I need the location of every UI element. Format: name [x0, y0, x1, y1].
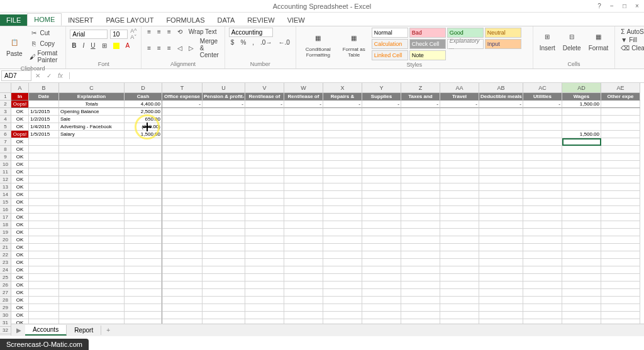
- sheet-tab-accounts[interactable]: Accounts: [25, 325, 67, 336]
- cell[interactable]: [162, 131, 203, 138]
- cell[interactable]: [362, 108, 401, 116]
- cell[interactable]: [29, 221, 59, 229]
- cell[interactable]: 1/4/2015: [29, 123, 59, 131]
- cell[interactable]: [125, 138, 162, 146]
- cell[interactable]: [203, 146, 245, 153]
- cell[interactable]: [479, 266, 523, 274]
- cell[interactable]: [125, 168, 162, 176]
- cancel-formula-icon[interactable]: ✕: [35, 72, 44, 79]
- cell[interactable]: [125, 244, 162, 251]
- cell[interactable]: [479, 131, 523, 138]
- clear-button[interactable]: ⌫Clear: [619, 44, 644, 52]
- cell[interactable]: [59, 146, 125, 153]
- cell[interactable]: Office expense: [162, 93, 203, 101]
- cell[interactable]: [440, 168, 479, 176]
- row-header-19[interactable]: 19: [0, 229, 11, 236]
- cell[interactable]: [284, 123, 323, 131]
- cell[interactable]: [284, 206, 323, 214]
- col-header-AD[interactable]: AD: [562, 83, 601, 93]
- cell[interactable]: [284, 244, 323, 251]
- cell[interactable]: [601, 236, 640, 244]
- cell[interactable]: [479, 304, 523, 312]
- cell[interactable]: [479, 221, 523, 229]
- cell[interactable]: [203, 191, 245, 199]
- cell[interactable]: [29, 274, 59, 282]
- font-size-select[interactable]: [110, 30, 128, 39]
- tab-review[interactable]: REVIEW: [241, 14, 280, 26]
- col-header-D[interactable]: D: [125, 83, 162, 93]
- cell[interactable]: OK: [11, 168, 29, 176]
- name-box[interactable]: [1, 70, 31, 81]
- cell[interactable]: [245, 191, 284, 199]
- cell[interactable]: [601, 146, 640, 153]
- cell[interactable]: [523, 131, 562, 138]
- underline-button[interactable]: U: [89, 41, 97, 50]
- cell[interactable]: [401, 138, 440, 146]
- cell[interactable]: [162, 138, 203, 146]
- cell[interactable]: 1/1/2015: [29, 108, 59, 116]
- cell[interactable]: [162, 251, 203, 259]
- cell[interactable]: Rent/lease of: [245, 93, 284, 101]
- sheet-tab-add[interactable]: +: [101, 325, 115, 335]
- cell[interactable]: [203, 221, 245, 229]
- cell[interactable]: [362, 266, 401, 274]
- cell[interactable]: 1,500.00: [562, 131, 601, 138]
- cell[interactable]: Travel: [440, 93, 479, 101]
- cell[interactable]: [245, 304, 284, 312]
- tab-page-layout[interactable]: PAGE LAYOUT: [99, 14, 160, 26]
- cell[interactable]: [362, 116, 401, 123]
- cell[interactable]: [162, 168, 203, 176]
- cell[interactable]: [479, 312, 523, 319]
- cell[interactable]: [284, 214, 323, 221]
- cell[interactable]: [323, 161, 362, 168]
- cell[interactable]: Sale: [59, 116, 125, 123]
- cell[interactable]: [203, 244, 245, 251]
- style-good[interactable]: Good: [447, 28, 484, 38]
- cell[interactable]: Pension & profit-: [203, 93, 245, 101]
- cell[interactable]: [59, 282, 125, 289]
- cell[interactable]: [162, 236, 203, 244]
- cell[interactable]: [323, 206, 362, 214]
- cell[interactable]: [601, 221, 640, 229]
- cell[interactable]: [245, 116, 284, 123]
- cell[interactable]: [479, 138, 523, 146]
- cell[interactable]: [323, 274, 362, 282]
- cell[interactable]: OK: [11, 123, 29, 131]
- cell[interactable]: [29, 251, 59, 259]
- cell[interactable]: [479, 146, 523, 153]
- cell[interactable]: [479, 289, 523, 297]
- cell[interactable]: Opening Balance: [59, 108, 125, 116]
- cell[interactable]: [562, 229, 601, 236]
- cut-button[interactable]: ✂Cut: [28, 28, 62, 38]
- col-header-X[interactable]: X: [323, 83, 362, 93]
- cell[interactable]: [203, 297, 245, 304]
- cell[interactable]: [162, 108, 203, 116]
- cell[interactable]: [562, 274, 601, 282]
- cell[interactable]: [59, 244, 125, 251]
- tab-formulas[interactable]: FORMULAS: [160, 14, 211, 26]
- cell[interactable]: [523, 146, 562, 153]
- cell[interactable]: [523, 199, 562, 206]
- cell[interactable]: [203, 274, 245, 282]
- style-neutral[interactable]: Neutral: [485, 28, 521, 38]
- cell[interactable]: [245, 153, 284, 161]
- cell[interactable]: [29, 312, 59, 319]
- cell[interactable]: [479, 191, 523, 199]
- align-middle-button[interactable]: ≡: [155, 28, 163, 36]
- row-header-17[interactable]: 17: [0, 214, 11, 221]
- accept-formula-icon[interactable]: ✓: [47, 72, 55, 79]
- cell[interactable]: [523, 304, 562, 312]
- row-header-9[interactable]: 9: [0, 153, 11, 161]
- cell[interactable]: [203, 312, 245, 319]
- cell[interactable]: [203, 266, 245, 274]
- cell[interactable]: [562, 146, 601, 153]
- row-header-6[interactable]: 6: [0, 131, 11, 138]
- cell[interactable]: [245, 274, 284, 282]
- cell[interactable]: [125, 266, 162, 274]
- cell[interactable]: [29, 304, 59, 312]
- cell[interactable]: [323, 138, 362, 146]
- cell[interactable]: [29, 236, 59, 244]
- cell[interactable]: -: [284, 101, 323, 108]
- autosum-button[interactable]: ΣAutoSum: [619, 28, 644, 36]
- cell[interactable]: [601, 297, 640, 304]
